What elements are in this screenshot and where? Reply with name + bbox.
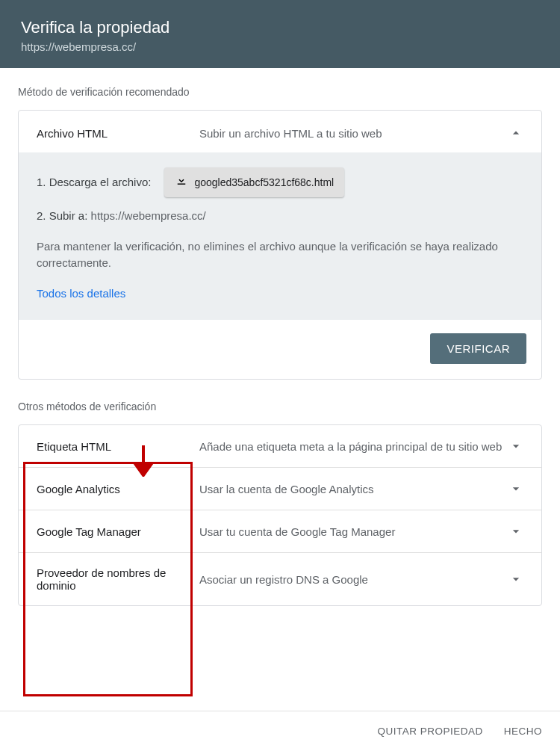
method-domain-provider[interactable]: Proveedor de nombres de dominio Asociar …	[19, 552, 541, 605]
other-section-label: Otros métodos de verificación	[18, 401, 542, 412]
method-desc: Asociar un registro DNS a Google	[199, 573, 508, 586]
download-file-button[interactable]: googled35abcf5321cf68c.html	[164, 167, 344, 197]
chevron-down-icon	[508, 524, 523, 539]
method-title: Archivo HTML	[37, 127, 199, 140]
chevron-up-icon	[508, 126, 523, 140]
recommended-section-label: Método de verificación recomendado	[18, 86, 542, 98]
all-details-link[interactable]: Todos los detalles	[37, 285, 125, 303]
step-2: 2. Subir a: https://webempresa.cc/	[37, 208, 523, 225]
download-file-name: googled35abcf5321cf68c.html	[194, 175, 334, 191]
download-icon	[175, 173, 194, 191]
step-1-label: 1. Descarga el archivo:	[37, 174, 151, 191]
step-2-url: https://webempresa.cc/	[91, 209, 206, 222]
method-google-tag-manager[interactable]: Google Tag Manager Usar tu cuenta de Goo…	[19, 510, 541, 552]
method-title: Etiqueta HTML	[37, 440, 199, 453]
chevron-down-icon	[508, 572, 523, 587]
verification-note: Para mantener la verificación, no elimin…	[37, 238, 523, 272]
verify-button[interactable]: VERIFICAR	[430, 333, 526, 364]
method-desc: Usar tu cuenta de Google Tag Manager	[199, 525, 508, 538]
method-google-analytics[interactable]: Google Analytics Usar la cuenta de Googl…	[19, 467, 541, 510]
done-button[interactable]: HECHO	[504, 726, 542, 737]
method-desc: Usar la cuenta de Google Analytics	[199, 483, 508, 495]
dialog-header: Verifica la propiedad https://webempresa…	[0, 0, 560, 68]
method-title: Proveedor de nombres de dominio	[37, 566, 199, 592]
method-html-tag[interactable]: Etiqueta HTML Añade una etiqueta meta a …	[19, 425, 541, 467]
chevron-down-icon	[508, 481, 523, 496]
chevron-down-icon	[508, 439, 523, 454]
method-title: Google Analytics	[37, 483, 199, 495]
dialog-footer: QUITAR PROPIEDAD HECHO	[0, 711, 560, 751]
other-methods-list: Etiqueta HTML Añade una etiqueta meta a …	[18, 424, 542, 606]
method-title: Google Tag Manager	[37, 525, 199, 538]
page-title: Verifica la propiedad	[21, 18, 539, 37]
recommended-method-card: Archivo HTML Subir un archivo HTML a tu …	[18, 110, 542, 380]
step-1: 1. Descarga el archivo: googled35abcf532…	[37, 167, 523, 197]
property-url: https://webempresa.cc/	[21, 40, 539, 53]
step-2-label: 2. Subir a:	[37, 209, 91, 222]
method-desc: Subir un archivo HTML a tu sitio web	[199, 127, 508, 140]
method-desc: Añade una etiqueta meta a la página prin…	[199, 440, 508, 453]
method-body: 1. Descarga el archivo: googled35abcf532…	[19, 152, 541, 320]
method-html-file-header[interactable]: Archivo HTML Subir un archivo HTML a tu …	[19, 111, 541, 152]
remove-property-button[interactable]: QUITAR PROPIEDAD	[377, 726, 482, 737]
